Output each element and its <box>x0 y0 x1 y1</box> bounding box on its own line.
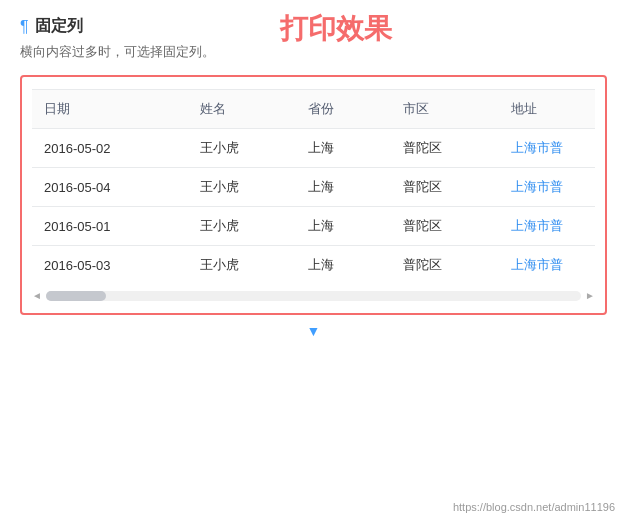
cell-date: 2016-05-04 <box>32 168 188 207</box>
col-header-name: 姓名 <box>188 90 296 129</box>
cell-date: 2016-05-02 <box>32 129 188 168</box>
table-row: 2016-05-01王小虎上海普陀区上海市普 <box>32 207 595 246</box>
cell-address: 上海市普 <box>499 207 595 246</box>
cell-date: 2016-05-01 <box>32 207 188 246</box>
table-head: 日期 姓名 省份 市区 地址 <box>32 90 595 129</box>
bottom-arrow-icon: ▼ <box>307 323 321 339</box>
cell-province: 上海 <box>296 129 392 168</box>
cell-city: 普陀区 <box>391 246 499 285</box>
table-header-row: 日期 姓名 省份 市区 地址 <box>32 90 595 129</box>
table-body: 2016-05-02王小虎上海普陀区上海市普2016-05-04王小虎上海普陀区… <box>32 129 595 285</box>
col-header-province: 省份 <box>296 90 392 129</box>
scroll-track[interactable] <box>46 291 581 301</box>
table-outer-wrapper: 日期 姓名 省份 市区 地址 2016-05-02王小虎上海普陀区上海市普201… <box>20 75 607 315</box>
paragraph-icon: ¶ <box>20 18 29 36</box>
scrollbar-area[interactable]: ◄ ► <box>32 286 595 303</box>
cell-address: 上海市普 <box>499 246 595 285</box>
table-row: 2016-05-04王小虎上海普陀区上海市普 <box>32 168 595 207</box>
cell-date: 2016-05-03 <box>32 246 188 285</box>
print-label: 打印效果 <box>280 10 392 48</box>
page-container: ¶ 固定列 打印效果 横向内容过多时，可选择固定列。 日期 姓名 省份 市区 地… <box>0 0 627 519</box>
scroll-thumb[interactable] <box>46 291 106 301</box>
bottom-arrow-area: ▼ <box>20 323 607 339</box>
cell-name: 王小虎 <box>188 207 296 246</box>
table-scroll-wrapper[interactable]: 日期 姓名 省份 市区 地址 2016-05-02王小虎上海普陀区上海市普201… <box>32 89 595 284</box>
cell-city: 普陀区 <box>391 129 499 168</box>
col-header-date: 日期 <box>32 90 188 129</box>
cell-province: 上海 <box>296 207 392 246</box>
cell-name: 王小虎 <box>188 246 296 285</box>
table-container: 日期 姓名 省份 市区 地址 2016-05-02王小虎上海普陀区上海市普201… <box>32 89 595 284</box>
cell-province: 上海 <box>296 168 392 207</box>
table-row: 2016-05-03王小虎上海普陀区上海市普 <box>32 246 595 285</box>
cell-name: 王小虎 <box>188 129 296 168</box>
cell-city: 普陀区 <box>391 207 499 246</box>
page-title: 固定列 <box>35 16 83 37</box>
cell-address: 上海市普 <box>499 168 595 207</box>
scroll-right-arrow[interactable]: ► <box>585 290 595 301</box>
cell-name: 王小虎 <box>188 168 296 207</box>
cell-address: 上海市普 <box>499 129 595 168</box>
data-table: 日期 姓名 省份 市区 地址 2016-05-02王小虎上海普陀区上海市普201… <box>32 89 595 284</box>
cell-province: 上海 <box>296 246 392 285</box>
watermark: https://blog.csdn.net/admin11196 <box>453 501 615 513</box>
col-header-city: 市区 <box>391 90 499 129</box>
cell-city: 普陀区 <box>391 168 499 207</box>
table-row: 2016-05-02王小虎上海普陀区上海市普 <box>32 129 595 168</box>
scroll-left-arrow[interactable]: ◄ <box>32 290 42 301</box>
col-header-address: 地址 <box>499 90 595 129</box>
